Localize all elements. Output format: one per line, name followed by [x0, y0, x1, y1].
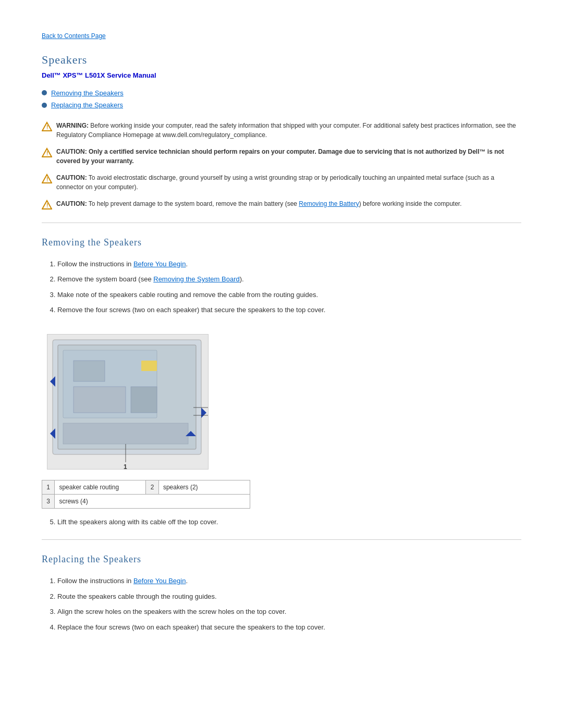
replacing-step-3: Align the screw holes on the speakers wi… — [57, 607, 521, 617]
caution-icon-1: ! — [42, 147, 52, 158]
svg-text:1: 1 — [124, 463, 127, 470]
before-you-begin-link-2[interactable]: Before You Begin — [133, 577, 186, 585]
table-cell-num-2: 2 — [146, 480, 158, 494]
caution-icon-3: ! — [42, 200, 52, 210]
caution-notice-3: ! CAUTION: To help prevent damage to the… — [42, 199, 521, 210]
manual-subtitle: Dell™ XPS™ L501X Service Manual — [42, 70, 521, 81]
table-cell-label-3: screws (4) — [55, 494, 250, 508]
svg-text:!: ! — [46, 151, 48, 156]
toc-item-removing[interactable]: Removing the Speakers — [42, 88, 521, 98]
toc-list: Removing the Speakers Replacing the Spea… — [42, 88, 521, 110]
svg-text:!: ! — [46, 125, 48, 130]
table-row-1: 1 speaker cable routing 2 speakers (2) — [42, 480, 250, 494]
table-cell-label-2: speakers (2) — [158, 480, 250, 494]
removing-steps-list: Follow the instructions in Before You Be… — [57, 259, 521, 315]
parts-table: 1 speaker cable routing 2 speakers (2) 3… — [42, 480, 250, 509]
svg-text:!: ! — [46, 177, 48, 182]
caution-icon-2: ! — [42, 174, 52, 184]
laptop-diagram-container: 1 2 3 — [47, 334, 209, 470]
page-title: Speakers — [42, 51, 521, 68]
toc-link-removing[interactable]: Removing the Speakers — [51, 88, 124, 98]
replacing-step-4: Replace the four screws (two on each spe… — [57, 622, 521, 633]
caution-notice-2: ! CAUTION: To avoid electrostatic discha… — [42, 173, 521, 192]
section-divider-1 — [42, 223, 521, 223]
replacing-section-title: Replacing the Speakers — [42, 552, 521, 566]
removing-section-title: Removing the Speakers — [42, 236, 521, 250]
svg-rect-14 — [131, 387, 157, 413]
removing-step-4: Remove the four screws (two on each spea… — [57, 305, 521, 315]
back-to-contents-link[interactable]: Back to Contents Page — [42, 31, 521, 41]
toc-link-replacing[interactable]: Replacing the Speakers — [51, 100, 123, 110]
svg-rect-11 — [141, 361, 157, 371]
table-cell-num-3: 3 — [42, 494, 55, 508]
table-row-2: 3 screws (4) — [42, 494, 250, 508]
removing-step-1: Follow the instructions in Before You Be… — [57, 259, 521, 269]
svg-rect-12 — [74, 361, 105, 381]
bullet-icon — [42, 90, 47, 95]
section-divider-2 — [42, 539, 521, 540]
removing-steps-list-continued: Lift the speakers along with its cable o… — [57, 517, 521, 527]
warning-icon: ! — [42, 121, 52, 132]
before-you-begin-link-1[interactable]: Before You Begin — [133, 260, 186, 268]
laptop-diagram: 1 2 3 — [47, 334, 209, 470]
removing-step-5: Lift the speakers along with its cable o… — [57, 517, 521, 527]
removing-step-2: Remove the system board (see Removing th… — [57, 274, 521, 285]
removing-battery-link[interactable]: Removing the Battery — [299, 200, 359, 207]
table-cell-label-1: speaker cable routing — [55, 480, 146, 494]
replacing-steps-list: Follow the instructions in Before You Be… — [57, 576, 521, 632]
svg-rect-13 — [74, 387, 126, 413]
bullet-icon-2 — [42, 103, 47, 108]
removing-system-board-link[interactable]: Removing the System Board — [153, 275, 239, 283]
svg-marker-17 — [201, 408, 206, 418]
svg-rect-15 — [63, 423, 188, 444]
svg-text:!: ! — [46, 203, 48, 208]
replacing-step-1: Follow the instructions in Before You Be… — [57, 576, 521, 586]
toc-item-replacing[interactable]: Replacing the Speakers — [42, 100, 521, 110]
table-cell-num-1: 1 — [42, 480, 55, 494]
warning-notice: ! WARNING: Before working inside your co… — [42, 121, 521, 140]
diagram-svg: 1 2 3 — [47, 335, 209, 470]
removing-step-3: Make note of the speakers cable routing … — [57, 290, 521, 300]
replacing-step-2: Route the speakers cable through the rou… — [57, 591, 521, 602]
caution-notice-1: ! CAUTION: Only a certified service tech… — [42, 147, 521, 166]
